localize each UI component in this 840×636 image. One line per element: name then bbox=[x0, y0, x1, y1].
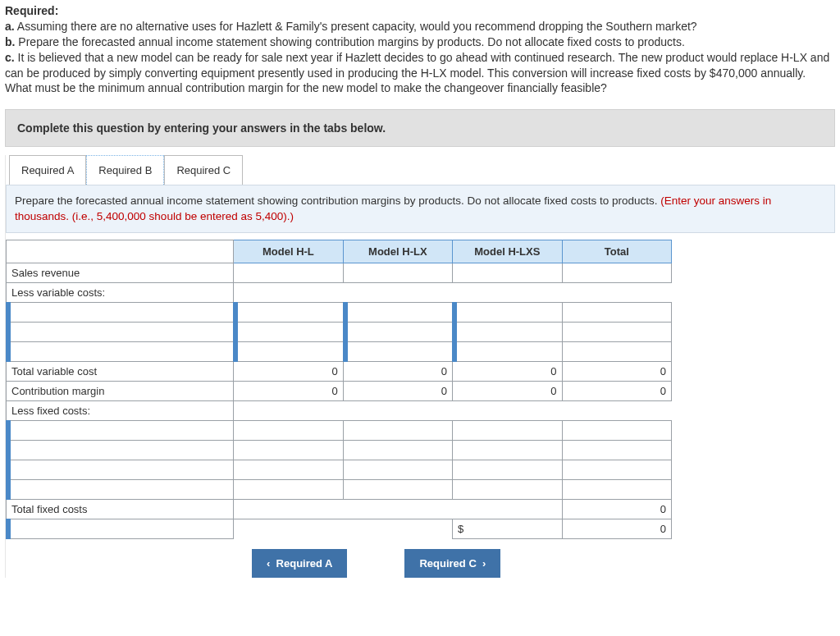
label-var-3[interactable] bbox=[7, 341, 234, 361]
cell-var-3-4[interactable] bbox=[562, 341, 671, 361]
cell-fixed-3-3[interactable] bbox=[453, 460, 562, 479]
cell-fixed-1-2[interactable] bbox=[343, 420, 452, 440]
cell-var-3-1[interactable] bbox=[234, 341, 343, 361]
part-a-text: Assuming there are no alternative uses f… bbox=[17, 20, 697, 33]
cell-total-var-4: 0 bbox=[562, 361, 671, 381]
cell-fixed-3-4[interactable] bbox=[562, 460, 671, 479]
part-c-text: It is believed that a new model can be r… bbox=[5, 51, 829, 95]
cell-fixed-4-4[interactable] bbox=[562, 479, 671, 499]
label-fixed-4[interactable] bbox=[7, 479, 234, 499]
cell-var-2-2[interactable] bbox=[343, 322, 452, 341]
header-row: Model H-L Model H-LX Model H-LXS Total bbox=[7, 240, 672, 263]
cell-total-fixed-4: 0 bbox=[562, 499, 671, 519]
cell-contrib-4: 0 bbox=[562, 381, 671, 400]
part-b-text: Prepare the forecasted annual income sta… bbox=[18, 35, 684, 48]
chevron-left-icon: ‹ bbox=[267, 557, 270, 570]
label-total-fixed: Total fixed costs bbox=[7, 499, 234, 519]
row-total-fixed: Total fixed costs 0 bbox=[7, 499, 672, 519]
answer-area: Required A Required B Required C Prepare… bbox=[5, 155, 835, 577]
cell-contrib-2: 0 bbox=[343, 381, 452, 400]
answer-grid: Model H-L Model H-LX Model H-LXS Total S… bbox=[6, 240, 672, 539]
next-button[interactable]: Required C › bbox=[404, 549, 500, 578]
cell-var-1-3[interactable] bbox=[453, 302, 562, 322]
label-less-var: Less variable costs: bbox=[7, 282, 234, 302]
cell-var-3-3[interactable] bbox=[453, 341, 562, 361]
pane-prompt: Prepare the forecasted annual income sta… bbox=[6, 185, 835, 232]
row-less-var: Less variable costs: bbox=[7, 282, 672, 302]
answer-grid-wrap: Model H-L Model H-LX Model H-LXS Total S… bbox=[6, 240, 835, 539]
tab-required-a[interactable]: Required A bbox=[9, 155, 86, 185]
cell-total-var-1: 0 bbox=[234, 361, 343, 381]
cell-sales-4[interactable] bbox=[562, 263, 671, 282]
tab-strip: Required A Required B Required C bbox=[9, 155, 835, 185]
cell-fixed-3-2[interactable] bbox=[343, 460, 452, 479]
cell-contrib-3: 0 bbox=[453, 381, 562, 400]
col-header-4: Total bbox=[562, 240, 671, 263]
cell-sales-3[interactable] bbox=[453, 263, 562, 282]
row-less-fixed: Less fixed costs: bbox=[7, 400, 672, 420]
cell-sales-1[interactable] bbox=[234, 263, 343, 282]
label-contrib: Contribution margin bbox=[7, 381, 234, 400]
prev-button[interactable]: ‹ Required A bbox=[252, 549, 347, 578]
label-fixed-1[interactable] bbox=[7, 420, 234, 440]
label-last[interactable] bbox=[7, 519, 234, 538]
cell-fixed-2-1[interactable] bbox=[234, 440, 343, 460]
cell-total-var-3: 0 bbox=[453, 361, 562, 381]
instruction-bar: Complete this question by entering your … bbox=[5, 109, 835, 147]
required-heading: Required: bbox=[5, 4, 58, 17]
row-contrib: Contribution margin 0 0 0 0 bbox=[7, 381, 672, 400]
next-label: Required C bbox=[419, 557, 476, 570]
label-var-1[interactable] bbox=[7, 302, 234, 322]
cell-fixed-2-2[interactable] bbox=[343, 440, 452, 460]
tab-required-b[interactable]: Required B bbox=[86, 155, 164, 185]
row-sales: Sales revenue bbox=[7, 263, 672, 282]
label-sales: Sales revenue bbox=[7, 263, 234, 282]
cell-var-1-1[interactable] bbox=[234, 302, 343, 322]
cell-fixed-4-1[interactable] bbox=[234, 479, 343, 499]
row-fixed-3 bbox=[7, 460, 672, 479]
cell-fixed-4-2[interactable] bbox=[343, 479, 452, 499]
tab-required-c[interactable]: Required C bbox=[164, 155, 243, 185]
cell-var-2-3[interactable] bbox=[453, 322, 562, 341]
pane-prompt-main: Prepare the forecasted annual income sta… bbox=[15, 194, 657, 207]
label-fixed-3[interactable] bbox=[7, 460, 234, 479]
row-total-var: Total variable cost 0 0 0 0 bbox=[7, 361, 672, 381]
cell-last-currency: $ bbox=[453, 519, 562, 538]
row-fixed-1 bbox=[7, 420, 672, 440]
label-fixed-2[interactable] bbox=[7, 440, 234, 460]
row-fixed-2 bbox=[7, 440, 672, 460]
cell-fixed-1-4[interactable] bbox=[562, 420, 671, 440]
cell-var-2-4[interactable] bbox=[562, 322, 671, 341]
part-b-label: b. bbox=[5, 35, 15, 48]
label-total-var: Total variable cost bbox=[7, 361, 234, 381]
chevron-right-icon: › bbox=[482, 557, 486, 570]
col-header-1: Model H-L bbox=[234, 240, 343, 263]
cell-var-1-4[interactable] bbox=[562, 302, 671, 322]
col-header-3: Model H-LXS bbox=[453, 240, 562, 263]
cell-total-var-2: 0 bbox=[343, 361, 452, 381]
cell-fixed-1-3[interactable] bbox=[453, 420, 562, 440]
row-last: $ 0 bbox=[7, 519, 672, 538]
row-var-1 bbox=[7, 302, 672, 322]
row-fixed-4 bbox=[7, 479, 672, 499]
row-var-3 bbox=[7, 341, 672, 361]
cell-contrib-1: 0 bbox=[234, 381, 343, 400]
cell-sales-2[interactable] bbox=[343, 263, 452, 282]
cell-fixed-4-3[interactable] bbox=[453, 479, 562, 499]
cell-var-2-1[interactable] bbox=[234, 322, 343, 341]
label-less-fixed: Less fixed costs: bbox=[7, 400, 234, 420]
label-var-2[interactable] bbox=[7, 322, 234, 341]
cell-fixed-3-1[interactable] bbox=[234, 460, 343, 479]
prev-label: Required A bbox=[276, 557, 333, 570]
cell-fixed-2-4[interactable] bbox=[562, 440, 671, 460]
nav-buttons: ‹ Required A Required C › bbox=[252, 549, 835, 578]
question-block: Required: a. Assuming there are no alter… bbox=[0, 0, 840, 104]
col-header-2: Model H-LX bbox=[343, 240, 452, 263]
part-c-label: c. bbox=[5, 51, 15, 64]
cell-fixed-1-1[interactable] bbox=[234, 420, 343, 440]
cell-var-3-2[interactable] bbox=[343, 341, 452, 361]
row-var-2 bbox=[7, 322, 672, 341]
cell-last-4: 0 bbox=[562, 519, 671, 538]
cell-var-1-2[interactable] bbox=[343, 302, 452, 322]
cell-fixed-2-3[interactable] bbox=[453, 440, 562, 460]
